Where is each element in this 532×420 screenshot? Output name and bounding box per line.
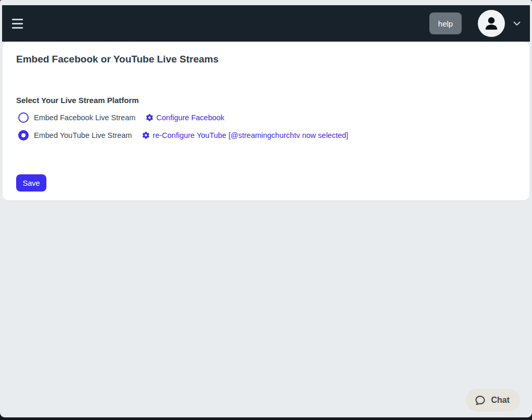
help-button[interactable]: help xyxy=(429,12,462,34)
reconfigure-youtube-link[interactable]: re-Configure YouTube [@streamingchurchtv… xyxy=(142,131,348,139)
header-bar: help xyxy=(2,5,530,42)
save-button[interactable]: Save xyxy=(16,174,46,192)
youtube-option-row: Embed YouTube Live Stream re-Configure Y… xyxy=(18,129,519,142)
section-heading: Select Your Live Stream Platform xyxy=(16,96,519,105)
gear-icon xyxy=(146,114,153,121)
menu-icon[interactable] xyxy=(12,19,23,29)
content-card: Embed Facebook or YouTube Live Streams S… xyxy=(3,42,529,200)
page-title: Embed Facebook or YouTube Live Streams xyxy=(16,42,519,65)
chat-button-label: Chat xyxy=(491,396,510,405)
person-icon xyxy=(482,15,500,32)
chat-button[interactable]: Chat xyxy=(466,389,520,412)
reconfigure-youtube-link-label: re-Configure YouTube [@streamingchurchtv… xyxy=(153,131,348,139)
configure-facebook-link[interactable]: Configure Facebook xyxy=(146,113,225,122)
youtube-radio[interactable] xyxy=(18,130,29,141)
chevron-down-icon[interactable] xyxy=(513,21,521,26)
configure-facebook-link-label: Configure Facebook xyxy=(156,113,225,122)
avatar[interactable] xyxy=(478,10,505,37)
facebook-radio[interactable] xyxy=(18,112,29,123)
speech-bubble-icon xyxy=(474,394,486,406)
page: help Embed Facebook or YouTube Live Stre… xyxy=(0,0,532,417)
facebook-option-row: Embed Facebook Live Stream Configure Fac… xyxy=(18,111,519,124)
facebook-option-label: Embed Facebook Live Stream xyxy=(34,113,135,122)
youtube-option-label: Embed YouTube Live Stream xyxy=(34,131,132,139)
gear-icon xyxy=(142,132,150,139)
